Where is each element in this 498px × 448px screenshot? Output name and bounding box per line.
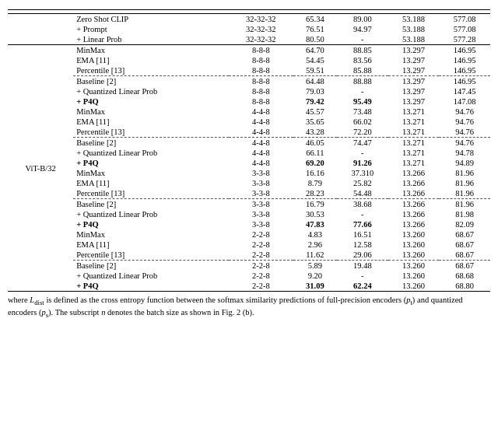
flops-cell: 53.188 [388, 14, 440, 25]
size-cell: 81.96 [439, 199, 490, 210]
size-cell: 68.68 [439, 271, 490, 281]
top1-cell: 64.48 [293, 76, 337, 87]
size-cell: 577.08 [439, 24, 490, 34]
top1-cell: 65.34 [293, 14, 337, 25]
top5-cell: 85.88 [337, 65, 388, 76]
top5-cell: 77.66 [337, 219, 388, 229]
flops-cell: 13.271 [388, 148, 440, 158]
size-cell: 146.95 [439, 76, 490, 87]
top5-cell: - [337, 34, 388, 45]
flops-cell: 13.260 [388, 261, 440, 271]
bits-cell: 32-32-32 [229, 14, 293, 25]
top1-cell: 79.03 [293, 86, 337, 96]
flops-cell: 13.260 [388, 229, 440, 240]
bits-cell: 4-4-8 [229, 107, 293, 117]
top5-cell: 73.48 [337, 107, 388, 117]
flops-cell: 13.297 [388, 55, 440, 65]
backbone-cell [8, 24, 73, 34]
top1-cell: 66.11 [293, 148, 337, 158]
size-cell: 94.76 [439, 138, 490, 149]
top1-cell: 54.45 [293, 55, 337, 65]
size-cell: 81.96 [439, 168, 490, 178]
top1-cell: 11.62 [293, 250, 337, 261]
top5-cell: 89.00 [337, 14, 388, 25]
flops-cell: 53.188 [388, 24, 440, 34]
flops-cell: 13.297 [388, 65, 440, 76]
top5-cell: 88.85 [337, 45, 388, 56]
method-cell: + Linear Prob [73, 34, 229, 45]
flops-cell: 13.266 [388, 199, 440, 210]
bits-cell: 4-4-8 [229, 127, 293, 138]
method-cell: + Quantized Linear Prob [73, 86, 229, 96]
method-cell: Zero Shot CLIP [73, 14, 229, 25]
bits-cell: 3-3-8 [229, 219, 293, 229]
method-cell: Baseline [2] [73, 76, 229, 87]
backbone-label: ViT-B/32 [8, 45, 73, 292]
size-cell: 81.96 [439, 188, 490, 199]
top5-cell: 62.24 [337, 281, 388, 292]
top5-cell: - [337, 209, 388, 219]
size-cell: 94.89 [439, 158, 490, 168]
top1-cell: 64.70 [293, 45, 337, 56]
top5-cell: 38.68 [337, 199, 388, 210]
footer-text: where Ldist is defined as the cross entr… [8, 295, 490, 320]
bits-cell: 32-32-32 [229, 34, 293, 45]
method-cell: + Prompt [73, 24, 229, 34]
top5-cell: 16.51 [337, 229, 388, 240]
size-cell: 68.80 [439, 281, 490, 292]
bits-cell: 3-3-8 [229, 168, 293, 178]
method-cell: EMA [11] [73, 55, 229, 65]
top1-cell: 28.23 [293, 188, 337, 199]
bits-cell: 2-2-8 [229, 271, 293, 281]
bits-cell: 2-2-8 [229, 240, 293, 250]
size-cell: 146.95 [439, 65, 490, 76]
size-cell: 146.95 [439, 45, 490, 56]
flops-cell: 13.260 [388, 240, 440, 250]
flops-cell: 13.297 [388, 76, 440, 87]
top1-cell: 46.05 [293, 138, 337, 149]
method-cell: MinMax [73, 168, 229, 178]
bits-cell: 8-8-8 [229, 65, 293, 76]
size-cell: 94.76 [439, 117, 490, 127]
method-cell: EMA [11] [73, 117, 229, 127]
bits-cell: 2-2-8 [229, 250, 293, 261]
size-cell: 68.67 [439, 261, 490, 271]
flops-cell: 13.266 [388, 209, 440, 219]
top1-cell: 80.50 [293, 34, 337, 45]
method-cell: Percentile [13] [73, 188, 229, 199]
bits-cell: 4-4-8 [229, 117, 293, 127]
top5-cell: 83.56 [337, 55, 388, 65]
top5-cell: 91.26 [337, 158, 388, 168]
top5-cell: 95.49 [337, 96, 388, 107]
size-cell: 68.67 [439, 250, 490, 261]
size-cell: 68.67 [439, 229, 490, 240]
method-cell: + Quantized Linear Prob [73, 148, 229, 158]
top1-cell: 9.20 [293, 271, 337, 281]
bits-cell: 3-3-8 [229, 178, 293, 188]
flops-cell: 53.188 [388, 34, 440, 45]
flops-cell: 13.266 [388, 168, 440, 178]
top1-cell: 8.79 [293, 178, 337, 188]
top1-cell: 31.09 [293, 281, 337, 292]
top5-cell: 54.48 [337, 188, 388, 199]
top1-cell: 59.51 [293, 65, 337, 76]
size-cell: 577.28 [439, 34, 490, 45]
top1-cell: 4.83 [293, 229, 337, 240]
size-cell: 577.08 [439, 14, 490, 25]
method-cell: EMA [11] [73, 240, 229, 250]
size-cell: 94.76 [439, 107, 490, 117]
bits-cell: 4-4-8 [229, 138, 293, 149]
method-cell: Percentile [13] [73, 250, 229, 261]
size-cell: 147.08 [439, 96, 490, 107]
top5-cell: 72.20 [337, 127, 388, 138]
bits-cell: 2-2-8 [229, 281, 293, 292]
method-cell: + Quantized Linear Prob [73, 209, 229, 219]
method-cell: + Quantized Linear Prob [73, 271, 229, 281]
method-cell: Baseline [2] [73, 199, 229, 210]
size-cell: 94.78 [439, 148, 490, 158]
size-cell: 81.98 [439, 209, 490, 219]
top5-cell: 19.48 [337, 261, 388, 271]
top5-cell: 29.06 [337, 250, 388, 261]
method-cell: EMA [11] [73, 178, 229, 188]
method-cell: + P4Q [73, 281, 229, 292]
